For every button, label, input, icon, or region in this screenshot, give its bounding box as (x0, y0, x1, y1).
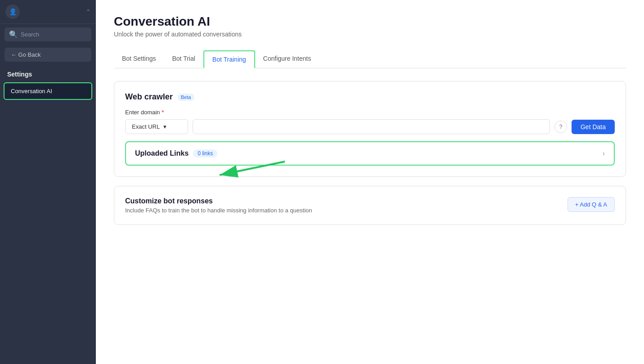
beta-badge: Beta (177, 94, 195, 101)
chevron-right-icon: › (603, 149, 605, 157)
web-crawler-title: Web crawler (125, 92, 173, 102)
tab-bot-settings[interactable]: Bot Settings (114, 50, 164, 68)
customize-title: Customize bot responses (125, 197, 312, 205)
customize-subtitle: Include FAQs to train the bot to handle … (125, 207, 312, 214)
tab-navigation: Bot Settings Bot Trial Bot Training Conf… (114, 50, 626, 68)
customize-text: Customize bot responses Include FAQs to … (125, 197, 312, 214)
uploaded-links-left: Uploaded Links 0 links (135, 149, 217, 157)
go-back-button[interactable]: ← Go Back (5, 48, 91, 62)
sidebar-user[interactable]: 👤 ⌃ (0, 0, 96, 24)
card-header: Web crawler Beta (125, 92, 615, 102)
add-qa-button[interactable]: + Add Q & A (567, 197, 615, 212)
customize-responses-card: Customize bot responses Include FAQs to … (114, 186, 626, 225)
main-content: Conversation AI Unlock the power of auto… (96, 0, 644, 364)
domain-row: Exact URL ▾ ? Get Data (125, 119, 615, 134)
tab-bot-trial[interactable]: Bot Trial (164, 50, 203, 68)
page-subtitle: Unlock the power of automated conversati… (114, 31, 626, 38)
web-crawler-card: Web crawler Beta Enter domain * Exact UR… (114, 81, 626, 177)
sidebar: 👤 ⌃ 🔍 ⌘K ✦ ← Go Back Settings Conversati… (0, 0, 96, 364)
url-type-value: Exact URL (132, 123, 160, 130)
sidebar-item-label: Conversation AI (11, 88, 52, 94)
tab-configure-intents[interactable]: Configure Intents (255, 50, 320, 68)
links-count-badge: 0 links (193, 149, 217, 157)
enter-domain-label: Enter domain * (125, 109, 615, 116)
page-title: Conversation AI (114, 14, 626, 29)
settings-section-title: Settings (0, 64, 96, 81)
help-icon[interactable]: ? (554, 121, 567, 133)
url-type-select[interactable]: Exact URL ▾ (125, 119, 188, 134)
uploaded-links-row[interactable]: Uploaded Links 0 links › (125, 141, 615, 166)
get-data-button[interactable]: Get Data (572, 120, 615, 134)
uploaded-links-title: Uploaded Links (135, 149, 189, 157)
url-input[interactable] (193, 119, 550, 134)
customize-header: Customize bot responses Include FAQs to … (125, 197, 615, 214)
required-indicator: * (162, 109, 164, 116)
user-icon: 👤 (5, 4, 20, 19)
search-icon: 🔍 (9, 30, 18, 39)
chevron-down-icon: ⌃ (86, 9, 90, 15)
chevron-down-icon: ▾ (163, 123, 167, 130)
search-input[interactable] (21, 31, 96, 38)
search-bar[interactable]: 🔍 ⌘K ✦ (5, 27, 91, 41)
tab-bot-training[interactable]: Bot Training (203, 50, 255, 68)
sidebar-item-conversation-ai[interactable]: Conversation AI (4, 82, 92, 100)
